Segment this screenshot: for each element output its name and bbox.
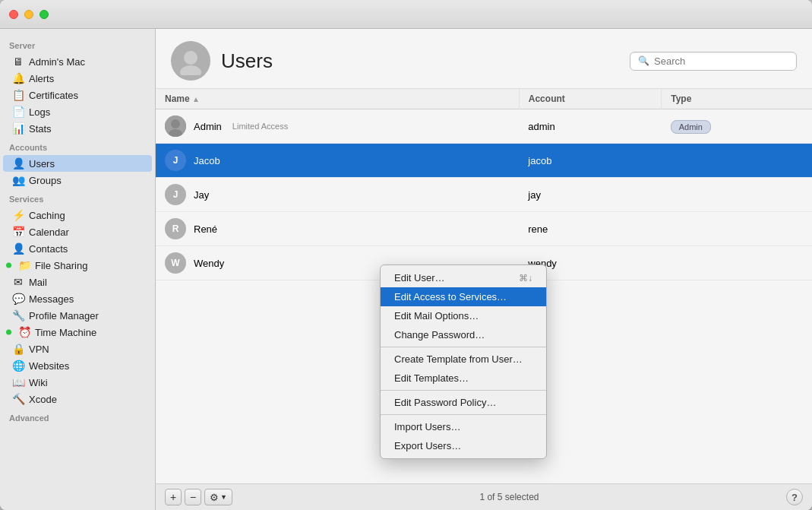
user-badge-limited: Limited Access	[232, 122, 288, 131]
sidebar-item-label: Xcode	[29, 394, 57, 405]
table-row[interactable]: Admin Limited Access admin Admin	[156, 109, 812, 144]
sidebar-item-xcode[interactable]: 🔨 Xcode	[3, 391, 152, 407]
logs-icon: 📄	[12, 106, 24, 118]
sidebar-item-users[interactable]: 👤 Users	[3, 155, 152, 172]
context-menu-shortcut: ⌘↓	[519, 273, 532, 284]
context-menu-item-label: Edit Access to Services…	[394, 291, 507, 303]
context-menu-edit-mail[interactable]: Edit Mail Options…	[381, 306, 546, 325]
calendar-icon: 📅	[12, 226, 24, 238]
table-row[interactable]: R René rene	[156, 212, 812, 246]
sidebar-item-contacts[interactable]: 👤 Contacts	[3, 240, 152, 257]
sidebar-item-mail[interactable]: ✉ Mail	[3, 274, 152, 290]
user-avatar: R	[165, 218, 186, 239]
maximize-button[interactable]	[39, 10, 49, 19]
sidebar-item-time-machine[interactable]: ⏰ Time Machine	[3, 324, 152, 341]
sidebar-item-wiki[interactable]: 📖 Wiki	[3, 374, 152, 391]
context-menu-create-template[interactable]: Create Template from User…	[381, 350, 546, 369]
bottom-toolbar: + − ⚙ ▼ 1 of 5 selected ?	[156, 483, 812, 510]
user-type-cell	[662, 178, 812, 212]
sidebar-item-label: Contacts	[29, 243, 68, 255]
context-menu-separator-1	[381, 347, 546, 347]
close-button[interactable]	[9, 10, 18, 19]
sidebar-item-label: Messages	[29, 293, 74, 305]
sidebar-item-calendar[interactable]: 📅 Calendar	[3, 223, 152, 240]
gear-action-button[interactable]: ⚙ ▼	[204, 489, 232, 505]
sidebar-item-label: Wiki	[29, 377, 48, 388]
sidebar-item-alerts[interactable]: 🔔 Alerts	[3, 70, 152, 87]
context-menu-separator-3	[381, 414, 546, 415]
user-avatar: W	[165, 252, 186, 274]
remove-user-button[interactable]: −	[185, 489, 201, 505]
context-menu-change-password[interactable]: Change Password…	[381, 325, 546, 344]
user-avatar	[165, 116, 186, 137]
sidebar-item-messages[interactable]: 💬 Messages	[3, 290, 152, 307]
user-type-cell: Admin	[662, 109, 812, 144]
sidebar-item-stats[interactable]: 📊 Stats	[3, 120, 152, 137]
profile-manager-icon: 🔧	[12, 309, 24, 322]
stats-icon: 📊	[12, 122, 24, 135]
minimize-button[interactable]	[24, 10, 33, 19]
user-type-cell	[662, 144, 812, 178]
table-row[interactable]: J Jacob jacob	[156, 144, 812, 178]
wiki-icon: 📖	[12, 376, 24, 388]
context-menu-edit-password-policy[interactable]: Edit Password Policy…	[381, 393, 546, 412]
sidebar-item-label: Groups	[29, 175, 62, 186]
sidebar-item-label: Profile Manager	[29, 310, 99, 322]
sidebar-item-label: Logs	[29, 106, 50, 118]
context-menu-edit-access[interactable]: Edit Access to Services…	[381, 287, 546, 306]
main-content: Server 🖥 Admin's Mac 🔔 Alerts 📋 Certific…	[0, 29, 812, 510]
time-machine-status-dot	[6, 330, 11, 335]
alerts-icon: 🔔	[12, 72, 24, 84]
search-input[interactable]	[654, 55, 788, 67]
sidebar-item-label: Caching	[29, 210, 65, 221]
user-name-cell: J Jacob	[156, 144, 519, 178]
services-section-header: Services	[0, 188, 155, 207]
search-icon: 🔍	[638, 55, 649, 66]
context-menu-item-label: Export Users…	[394, 440, 461, 451]
context-menu-item-label: Change Password…	[394, 329, 485, 341]
sidebar-item-websites[interactable]: 🌐 Websites	[3, 357, 152, 374]
contacts-icon: 👤	[12, 242, 24, 255]
table-header-row: Name ▲ Account Type	[156, 89, 812, 109]
sidebar-item-vpn[interactable]: 🔒 VPN	[3, 341, 152, 357]
user-name-cell: J Jay	[156, 178, 519, 212]
sidebar-item-caching[interactable]: ⚡ Caching	[3, 207, 152, 223]
context-menu-export-users[interactable]: Export Users…	[381, 436, 546, 455]
context-menu-edit-user[interactable]: Edit User… ⌘↓	[381, 268, 546, 287]
users-avatar-icon	[171, 41, 210, 81]
user-account-cell: admin	[519, 109, 661, 144]
sidebar-item-label: Stats	[29, 123, 52, 135]
file-sharing-icon: 📁	[18, 259, 30, 271]
gear-icon: ⚙	[210, 492, 219, 503]
titlebar	[0, 0, 812, 29]
time-machine-icon: ⏰	[18, 326, 30, 338]
user-type-cell	[662, 212, 812, 246]
search-box[interactable]: 🔍	[630, 52, 797, 71]
sidebar-item-label: Alerts	[29, 73, 54, 84]
context-menu-import-users[interactable]: Import Users…	[381, 417, 546, 436]
sidebar-item-label: Time Machine	[35, 327, 96, 338]
help-button[interactable]: ?	[786, 489, 803, 505]
context-menu: Edit User… ⌘↓ Edit Access to Services… E…	[380, 265, 547, 459]
context-menu-item-label: Create Template from User…	[394, 353, 523, 365]
context-menu-edit-templates[interactable]: Edit Templates…	[381, 369, 546, 388]
sidebar-item-file-sharing[interactable]: 📁 File Sharing	[3, 257, 152, 274]
table-row[interactable]: J Jay jay	[156, 178, 812, 212]
server-section-header: Server	[0, 35, 155, 53]
user-name: Jay	[194, 189, 209, 201]
sidebar-item-groups[interactable]: 👥 Groups	[3, 172, 152, 188]
computer-icon: 🖥	[12, 55, 24, 68]
file-sharing-status-dot	[6, 263, 11, 268]
user-avatar: J	[165, 150, 186, 171]
context-menu-separator-2	[381, 390, 546, 391]
user-account-cell: jacob	[519, 144, 661, 178]
sidebar-item-profile-manager[interactable]: 🔧 Profile Manager	[3, 307, 152, 324]
sidebar-item-admins-mac[interactable]: 🖥 Admin's Mac	[3, 53, 152, 70]
sidebar-item-logs[interactable]: 📄 Logs	[3, 103, 152, 120]
add-user-button[interactable]: +	[165, 489, 182, 505]
users-table: Name ▲ Account Type	[156, 89, 812, 280]
sidebar: Server 🖥 Admin's Mac 🔔 Alerts 📋 Certific…	[0, 29, 156, 510]
user-name: Admin	[194, 121, 222, 132]
user-name-cell: R René	[156, 212, 519, 246]
sidebar-item-certificates[interactable]: 📋 Certificates	[3, 87, 152, 103]
